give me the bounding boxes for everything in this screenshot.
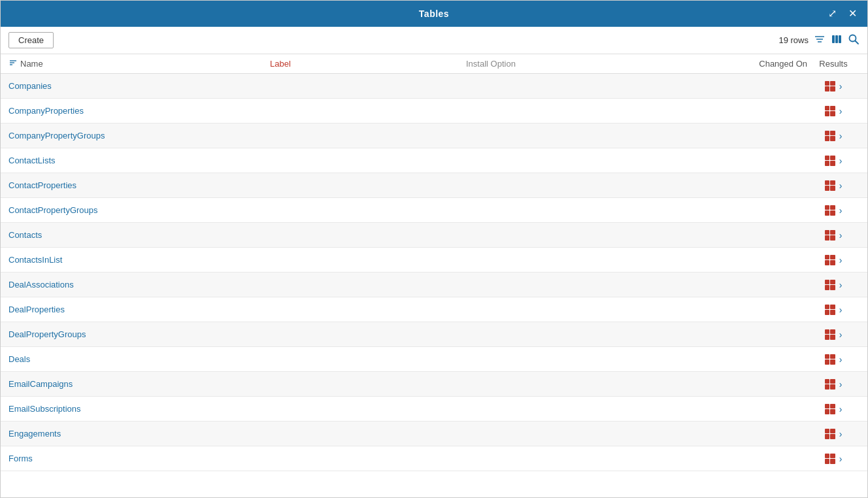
col-header-install[interactable]: Install Option bbox=[466, 59, 709, 69]
table-row[interactable]: ContactProperties › bbox=[1, 173, 867, 198]
table-row[interactable]: Deals › bbox=[1, 347, 867, 372]
grid-icon bbox=[825, 454, 835, 464]
row-results: › bbox=[807, 106, 860, 116]
rows-count: 19 rows bbox=[778, 35, 809, 45]
row-chevron[interactable]: › bbox=[839, 131, 843, 141]
row-chevron[interactable]: › bbox=[839, 305, 843, 315]
row-name: ContactLists bbox=[8, 156, 270, 165]
titlebar: Tables ⤢ ✕ bbox=[1, 1, 867, 27]
row-results: › bbox=[807, 454, 860, 464]
row-chevron[interactable]: › bbox=[839, 230, 843, 241]
table-body: Companies › CompanyProperties › bbox=[1, 74, 867, 497]
table-row[interactable]: CompanyPropertyGroups › bbox=[1, 124, 867, 148]
row-results: › bbox=[807, 280, 860, 290]
grid-icon bbox=[825, 329, 835, 340]
row-chevron[interactable]: › bbox=[839, 280, 843, 290]
row-name: Deals bbox=[8, 354, 270, 364]
row-chevron[interactable]: › bbox=[839, 404, 843, 414]
row-results: › bbox=[807, 230, 860, 241]
table-row[interactable]: ContactLists › bbox=[1, 148, 867, 173]
row-chevron[interactable]: › bbox=[839, 205, 843, 216]
grid-icon bbox=[825, 429, 835, 439]
table-row[interactable]: EmailCampaigns › bbox=[1, 372, 867, 397]
grid-icon bbox=[825, 156, 835, 166]
row-name: DealAssociations bbox=[8, 280, 270, 290]
columns-icon[interactable] bbox=[831, 33, 843, 48]
svg-rect-4 bbox=[835, 35, 838, 43]
row-results: › bbox=[807, 131, 860, 141]
row-results: › bbox=[807, 404, 860, 414]
row-name: EmailSubscriptions bbox=[8, 404, 270, 414]
row-results: › bbox=[807, 305, 860, 315]
row-name: CompanyPropertyGroups bbox=[8, 131, 270, 141]
create-button[interactable]: Create bbox=[8, 32, 54, 48]
row-chevron[interactable]: › bbox=[839, 255, 843, 265]
toolbar-left: Create bbox=[8, 32, 54, 48]
row-name: Contacts bbox=[8, 230, 270, 240]
row-name: ContactProperties bbox=[8, 180, 270, 190]
tables-window: Tables ⤢ ✕ Create 19 rows bbox=[0, 0, 868, 498]
titlebar-actions: ⤢ ✕ bbox=[826, 7, 860, 20]
toolbar: Create 19 rows bbox=[1, 27, 867, 54]
row-name: DealProperties bbox=[8, 305, 270, 314]
col-header-changed[interactable]: Changed On bbox=[709, 59, 807, 69]
row-results: › bbox=[807, 180, 860, 191]
row-chevron[interactable]: › bbox=[839, 156, 843, 166]
grid-icon bbox=[825, 280, 835, 290]
table-row[interactable]: Contacts › bbox=[1, 223, 867, 248]
grid-icon bbox=[825, 106, 835, 116]
row-results: › bbox=[807, 205, 860, 216]
maximize-button[interactable]: ⤢ bbox=[826, 7, 839, 20]
row-name: Companies bbox=[8, 81, 270, 91]
svg-rect-3 bbox=[832, 35, 835, 43]
row-chevron[interactable]: › bbox=[839, 329, 843, 340]
row-name: DealPropertyGroups bbox=[8, 329, 270, 339]
svg-line-7 bbox=[856, 41, 859, 44]
toolbar-right: 19 rows bbox=[778, 33, 860, 48]
table-row[interactable]: DealAssociations › bbox=[1, 273, 867, 297]
grid-icon bbox=[825, 230, 835, 241]
grid-icon bbox=[825, 81, 835, 91]
row-results: › bbox=[807, 379, 860, 390]
col-header-results[interactable]: Results bbox=[807, 59, 860, 69]
grid-icon bbox=[825, 255, 835, 265]
grid-icon bbox=[825, 205, 835, 216]
row-name: ContactPropertyGroups bbox=[8, 205, 270, 215]
row-name: Forms bbox=[8, 454, 270, 463]
row-chevron[interactable]: › bbox=[839, 429, 843, 439]
row-chevron[interactable]: › bbox=[839, 354, 843, 365]
grid-icon bbox=[825, 180, 835, 191]
row-chevron[interactable]: › bbox=[839, 379, 843, 390]
row-results: › bbox=[807, 429, 860, 439]
grid-icon bbox=[825, 404, 835, 414]
row-chevron[interactable]: › bbox=[839, 454, 843, 464]
row-chevron[interactable]: › bbox=[839, 180, 843, 191]
table-row[interactable]: DealPropertyGroups › bbox=[1, 322, 867, 347]
row-name: ContactsInList bbox=[8, 255, 270, 265]
close-button[interactable]: ✕ bbox=[846, 7, 860, 20]
row-chevron[interactable]: › bbox=[839, 81, 843, 91]
table-row[interactable]: ContactsInList › bbox=[1, 248, 867, 273]
row-results: › bbox=[807, 81, 860, 91]
table-row[interactable]: Engagements › bbox=[1, 422, 867, 446]
row-results: › bbox=[807, 354, 860, 365]
search-icon[interactable] bbox=[848, 33, 860, 48]
row-name: EmailCampaigns bbox=[8, 379, 270, 389]
row-chevron[interactable]: › bbox=[839, 106, 843, 116]
row-name: CompanyProperties bbox=[8, 106, 270, 116]
svg-rect-5 bbox=[839, 35, 841, 43]
row-name: Engagements bbox=[8, 429, 270, 439]
table-row[interactable]: CompanyProperties › bbox=[1, 99, 867, 124]
filter-icon[interactable] bbox=[814, 33, 826, 48]
table-row[interactable]: DealProperties › bbox=[1, 297, 867, 322]
col-header-label[interactable]: Label bbox=[270, 59, 466, 69]
table-row[interactable]: Forms › bbox=[1, 446, 867, 471]
grid-icon bbox=[825, 305, 835, 315]
grid-icon bbox=[825, 354, 835, 365]
col-header-name[interactable]: Name bbox=[8, 58, 270, 69]
table-row[interactable]: EmailSubscriptions › bbox=[1, 397, 867, 422]
grid-icon bbox=[825, 379, 835, 390]
table-row[interactable]: ContactPropertyGroups › bbox=[1, 198, 867, 223]
table-row[interactable]: Companies › bbox=[1, 74, 867, 99]
sort-icon bbox=[8, 58, 18, 69]
